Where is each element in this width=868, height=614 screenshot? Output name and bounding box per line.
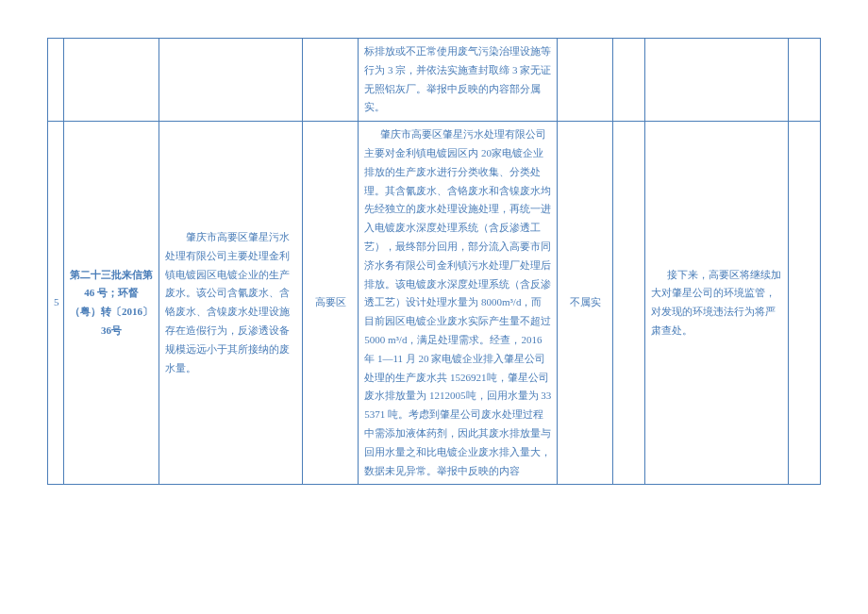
cell-index xyxy=(48,39,64,122)
table-row: 5 第二十三批来信第 46 号；环督（粤）转〔2016〕36号 肇庆市高要区肇星… xyxy=(48,122,821,485)
table-row: 标排放或不正常使用废气污染治理设施等行为 3 宗，并依法实施查封取缔 3 家无证… xyxy=(48,39,821,122)
cell-extra1 xyxy=(613,122,645,485)
cell-region xyxy=(303,39,359,122)
cell-complaint: 肇庆市高要区肇星污水处理有限公司主要处理金利镇电镀园区电镀企业的生产废水。该公司… xyxy=(159,122,303,485)
cell-extra2 xyxy=(789,122,821,485)
cell-action xyxy=(645,39,789,122)
cell-region: 高要区 xyxy=(303,122,359,485)
cell-conclusion: 不属实 xyxy=(558,122,613,485)
cell-extra2 xyxy=(789,39,821,122)
document-table: 标排放或不正常使用废气污染治理设施等行为 3 宗，并依法实施查封取缔 3 家无证… xyxy=(47,38,821,485)
cell-extra1 xyxy=(613,39,645,122)
cell-action: 接下来，高要区将继续加大对肇星公司的环境监管，对发现的环境违法行为将严肃查处。 xyxy=(645,122,789,485)
cell-investigation: 标排放或不正常使用废气污染治理设施等行为 3 宗，并依法实施查封取缔 3 家无证… xyxy=(359,39,558,122)
cell-investigation: 肇庆市高要区肇星污水处理有限公司主要对金利镇电镀园区内 20家电镀企业排放的生产… xyxy=(359,122,558,485)
cell-doc-number: 第二十三批来信第 46 号；环督（粤）转〔2016〕36号 xyxy=(63,122,159,485)
cell-complaint xyxy=(159,39,303,122)
cell-index: 5 xyxy=(48,122,64,485)
cell-doc-number xyxy=(63,39,159,122)
cell-conclusion xyxy=(558,39,613,122)
